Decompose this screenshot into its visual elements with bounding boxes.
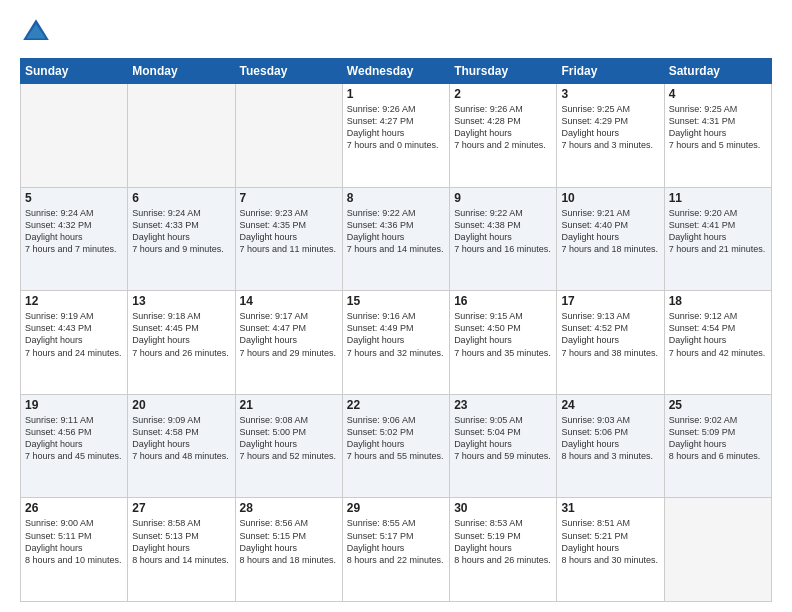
day-cell-15: 15Sunrise: 9:16 AMSunset: 4:49 PMDayligh… [342, 291, 449, 395]
day-number: 9 [454, 191, 552, 205]
logo [20, 16, 56, 48]
day-info: Sunrise: 9:05 AMSunset: 5:04 PMDaylight … [454, 414, 552, 463]
calendar: SundayMondayTuesdayWednesdayThursdayFrid… [20, 58, 772, 602]
day-info: Sunrise: 9:11 AMSunset: 4:56 PMDaylight … [25, 414, 123, 463]
day-number: 25 [669, 398, 767, 412]
day-info: Sunrise: 9:20 AMSunset: 4:41 PMDaylight … [669, 207, 767, 256]
calendar-header-row: SundayMondayTuesdayWednesdayThursdayFrid… [21, 59, 772, 84]
day-header-tuesday: Tuesday [235, 59, 342, 84]
day-cell-24: 24Sunrise: 9:03 AMSunset: 5:06 PMDayligh… [557, 394, 664, 498]
day-cell-9: 9Sunrise: 9:22 AMSunset: 4:38 PMDaylight… [450, 187, 557, 291]
empty-cell [21, 84, 128, 188]
day-info: Sunrise: 9:25 AMSunset: 4:31 PMDaylight … [669, 103, 767, 152]
day-info: Sunrise: 9:15 AMSunset: 4:50 PMDaylight … [454, 310, 552, 359]
day-number: 29 [347, 501, 445, 515]
day-cell-4: 4Sunrise: 9:25 AMSunset: 4:31 PMDaylight… [664, 84, 771, 188]
day-number: 15 [347, 294, 445, 308]
day-cell-3: 3Sunrise: 9:25 AMSunset: 4:29 PMDaylight… [557, 84, 664, 188]
header [20, 16, 772, 48]
day-info: Sunrise: 9:13 AMSunset: 4:52 PMDaylight … [561, 310, 659, 359]
calendar-week-1: 5Sunrise: 9:24 AMSunset: 4:32 PMDaylight… [21, 187, 772, 291]
day-cell-26: 26Sunrise: 9:00 AMSunset: 5:11 PMDayligh… [21, 498, 128, 602]
day-cell-17: 17Sunrise: 9:13 AMSunset: 4:52 PMDayligh… [557, 291, 664, 395]
day-info: Sunrise: 9:22 AMSunset: 4:38 PMDaylight … [454, 207, 552, 256]
day-number: 7 [240, 191, 338, 205]
day-cell-12: 12Sunrise: 9:19 AMSunset: 4:43 PMDayligh… [21, 291, 128, 395]
day-number: 4 [669, 87, 767, 101]
day-header-thursday: Thursday [450, 59, 557, 84]
calendar-week-2: 12Sunrise: 9:19 AMSunset: 4:43 PMDayligh… [21, 291, 772, 395]
page: SundayMondayTuesdayWednesdayThursdayFrid… [0, 0, 792, 612]
day-info: Sunrise: 9:06 AMSunset: 5:02 PMDaylight … [347, 414, 445, 463]
day-number: 12 [25, 294, 123, 308]
day-number: 22 [347, 398, 445, 412]
day-number: 19 [25, 398, 123, 412]
calendar-week-0: 1Sunrise: 9:26 AMSunset: 4:27 PMDaylight… [21, 84, 772, 188]
day-number: 27 [132, 501, 230, 515]
calendar-week-3: 19Sunrise: 9:11 AMSunset: 4:56 PMDayligh… [21, 394, 772, 498]
day-number: 23 [454, 398, 552, 412]
day-info: Sunrise: 9:26 AMSunset: 4:28 PMDaylight … [454, 103, 552, 152]
day-header-wednesday: Wednesday [342, 59, 449, 84]
day-cell-13: 13Sunrise: 9:18 AMSunset: 4:45 PMDayligh… [128, 291, 235, 395]
day-info: Sunrise: 9:24 AMSunset: 4:33 PMDaylight … [132, 207, 230, 256]
day-number: 6 [132, 191, 230, 205]
day-cell-14: 14Sunrise: 9:17 AMSunset: 4:47 PMDayligh… [235, 291, 342, 395]
day-cell-11: 11Sunrise: 9:20 AMSunset: 4:41 PMDayligh… [664, 187, 771, 291]
day-cell-18: 18Sunrise: 9:12 AMSunset: 4:54 PMDayligh… [664, 291, 771, 395]
day-header-sunday: Sunday [21, 59, 128, 84]
day-number: 18 [669, 294, 767, 308]
day-info: Sunrise: 9:12 AMSunset: 4:54 PMDaylight … [669, 310, 767, 359]
day-cell-29: 29Sunrise: 8:55 AMSunset: 5:17 PMDayligh… [342, 498, 449, 602]
day-number: 20 [132, 398, 230, 412]
empty-cell [664, 498, 771, 602]
day-cell-7: 7Sunrise: 9:23 AMSunset: 4:35 PMDaylight… [235, 187, 342, 291]
day-info: Sunrise: 8:53 AMSunset: 5:19 PMDaylight … [454, 517, 552, 566]
day-cell-28: 28Sunrise: 8:56 AMSunset: 5:15 PMDayligh… [235, 498, 342, 602]
day-header-saturday: Saturday [664, 59, 771, 84]
day-info: Sunrise: 9:26 AMSunset: 4:27 PMDaylight … [347, 103, 445, 152]
day-cell-30: 30Sunrise: 8:53 AMSunset: 5:19 PMDayligh… [450, 498, 557, 602]
day-number: 21 [240, 398, 338, 412]
day-info: Sunrise: 9:02 AMSunset: 5:09 PMDaylight … [669, 414, 767, 463]
day-cell-6: 6Sunrise: 9:24 AMSunset: 4:33 PMDaylight… [128, 187, 235, 291]
day-info: Sunrise: 9:00 AMSunset: 5:11 PMDaylight … [25, 517, 123, 566]
day-number: 26 [25, 501, 123, 515]
day-number: 31 [561, 501, 659, 515]
day-number: 1 [347, 87, 445, 101]
day-info: Sunrise: 8:55 AMSunset: 5:17 PMDaylight … [347, 517, 445, 566]
day-info: Sunrise: 9:09 AMSunset: 4:58 PMDaylight … [132, 414, 230, 463]
day-number: 8 [347, 191, 445, 205]
calendar-week-4: 26Sunrise: 9:00 AMSunset: 5:11 PMDayligh… [21, 498, 772, 602]
day-cell-1: 1Sunrise: 9:26 AMSunset: 4:27 PMDaylight… [342, 84, 449, 188]
day-info: Sunrise: 9:08 AMSunset: 5:00 PMDaylight … [240, 414, 338, 463]
day-cell-25: 25Sunrise: 9:02 AMSunset: 5:09 PMDayligh… [664, 394, 771, 498]
day-cell-21: 21Sunrise: 9:08 AMSunset: 5:00 PMDayligh… [235, 394, 342, 498]
day-number: 14 [240, 294, 338, 308]
day-cell-2: 2Sunrise: 9:26 AMSunset: 4:28 PMDaylight… [450, 84, 557, 188]
day-info: Sunrise: 9:23 AMSunset: 4:35 PMDaylight … [240, 207, 338, 256]
day-number: 17 [561, 294, 659, 308]
day-info: Sunrise: 9:03 AMSunset: 5:06 PMDaylight … [561, 414, 659, 463]
logo-icon [20, 16, 52, 48]
day-info: Sunrise: 8:56 AMSunset: 5:15 PMDaylight … [240, 517, 338, 566]
day-number: 11 [669, 191, 767, 205]
day-info: Sunrise: 8:58 AMSunset: 5:13 PMDaylight … [132, 517, 230, 566]
day-cell-27: 27Sunrise: 8:58 AMSunset: 5:13 PMDayligh… [128, 498, 235, 602]
day-cell-22: 22Sunrise: 9:06 AMSunset: 5:02 PMDayligh… [342, 394, 449, 498]
day-info: Sunrise: 9:18 AMSunset: 4:45 PMDaylight … [132, 310, 230, 359]
day-info: Sunrise: 9:19 AMSunset: 4:43 PMDaylight … [25, 310, 123, 359]
day-info: Sunrise: 9:17 AMSunset: 4:47 PMDaylight … [240, 310, 338, 359]
day-number: 2 [454, 87, 552, 101]
day-info: Sunrise: 9:21 AMSunset: 4:40 PMDaylight … [561, 207, 659, 256]
day-number: 30 [454, 501, 552, 515]
day-cell-31: 31Sunrise: 8:51 AMSunset: 5:21 PMDayligh… [557, 498, 664, 602]
day-info: Sunrise: 9:16 AMSunset: 4:49 PMDaylight … [347, 310, 445, 359]
day-info: Sunrise: 9:22 AMSunset: 4:36 PMDaylight … [347, 207, 445, 256]
day-info: Sunrise: 8:51 AMSunset: 5:21 PMDaylight … [561, 517, 659, 566]
day-number: 16 [454, 294, 552, 308]
day-header-monday: Monday [128, 59, 235, 84]
day-cell-16: 16Sunrise: 9:15 AMSunset: 4:50 PMDayligh… [450, 291, 557, 395]
day-number: 13 [132, 294, 230, 308]
day-header-friday: Friday [557, 59, 664, 84]
